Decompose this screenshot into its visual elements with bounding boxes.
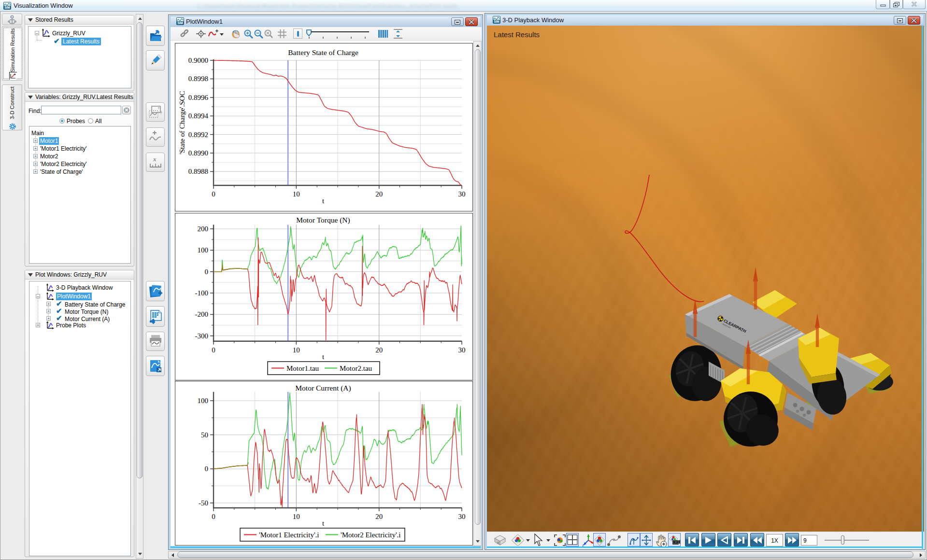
svg-text:30: 30 [458, 513, 466, 520]
svg-text:0.8994: 0.8994 [188, 112, 209, 120]
svg-text:0.9000: 0.9000 [188, 56, 208, 64]
svg-text:SIM: SIM [494, 20, 499, 23]
svg-text:Motor Current (A): Motor Current (A) [295, 384, 351, 392]
svg-text:0.8998: 0.8998 [188, 75, 208, 83]
svg-text:Motor2.tau: Motor2.tau [340, 364, 372, 372]
svg-text:-300: -300 [195, 332, 209, 340]
svg-text:x: x [153, 155, 157, 163]
svg-text:50: 50 [201, 431, 208, 439]
svg-text:Motor Torque (N): Motor Torque (N) [296, 216, 350, 224]
svg-text:20: 20 [375, 346, 383, 354]
svg-text:10: 10 [293, 346, 300, 354]
svg-text:SIM: SIM [177, 21, 183, 25]
svg-text:-200: -200 [195, 310, 209, 318]
svg-text:+: + [157, 106, 160, 111]
svg-text:100: 100 [198, 397, 209, 405]
svg-text:0: 0 [205, 465, 209, 473]
svg-text:200: 200 [198, 225, 209, 233]
svg-text:0: 0 [212, 346, 215, 354]
svg-text:0.8990: 0.8990 [188, 149, 208, 157]
svg-text:10: 10 [293, 513, 300, 520]
svg-text:0: 0 [212, 513, 215, 520]
svg-text:30: 30 [458, 190, 466, 198]
svg-text:0: 0 [212, 190, 215, 198]
svg-text:'State of Charge'.SOC: 'State of Charge'.SOC [178, 91, 186, 154]
svg-text:0.8992: 0.8992 [188, 131, 208, 139]
svg-text:10: 10 [293, 190, 300, 198]
svg-text:30: 30 [458, 346, 466, 354]
svg-text:-50: -50 [199, 499, 208, 507]
svg-text:0.8988: 0.8988 [188, 168, 208, 175]
svg-text:'Motor2 Electricity'.i: 'Motor2 Electricity'.i [341, 531, 401, 539]
svg-text:20: 20 [375, 513, 383, 520]
svg-text:20: 20 [375, 190, 383, 198]
svg-text:0: 0 [205, 268, 209, 276]
svg-text:SIM: SIM [4, 6, 10, 9]
svg-text:Battery State of Charge: Battery State of Charge [288, 48, 358, 56]
svg-text:'Motor1 Electricity'.i: 'Motor1 Electricity'.i [259, 531, 319, 539]
svg-text:Motor1.tau: Motor1.tau [286, 364, 319, 372]
svg-text:100: 100 [198, 246, 209, 254]
svg-text:0.8996: 0.8996 [188, 94, 209, 101]
svg-text:-100: -100 [195, 289, 209, 297]
